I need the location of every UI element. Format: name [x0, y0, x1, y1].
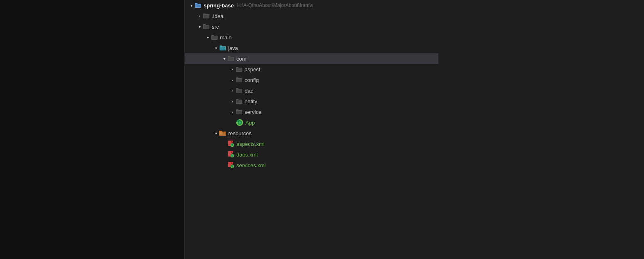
dao-folder-icon	[236, 87, 243, 94]
svg-rect-18	[220, 47, 225, 50]
daos-xml-icon	[227, 151, 235, 158]
tree-item-dao[interactable]: › dao	[185, 85, 438, 96]
tree-item-src[interactable]: ▾ src	[185, 21, 438, 32]
tree-item-daos-xml[interactable]: daos.xml	[185, 149, 438, 160]
expand-arrow-aspect: ›	[229, 67, 236, 72]
svg-rect-20	[228, 56, 230, 57]
root-folder-icon	[195, 2, 202, 9]
resources-folder-icon	[219, 130, 227, 136]
services-xml-icon	[227, 162, 235, 168]
expand-arrow-java: ▾	[213, 46, 219, 50]
tree-item-config[interactable]: › config	[185, 75, 438, 85]
config-folder-icon	[236, 77, 243, 83]
expand-arrow-service: ›	[229, 110, 236, 114]
svg-rect-36	[236, 111, 242, 114]
svg-rect-32	[236, 99, 238, 100]
svg-rect-33	[236, 100, 242, 103]
tree-item-main[interactable]: ▾ main	[185, 32, 438, 43]
aspect-folder-icon	[236, 66, 243, 73]
svg-rect-41	[219, 131, 222, 132]
com-label: com	[236, 56, 247, 62]
tree-item-entity[interactable]: › entity	[185, 96, 438, 107]
config-label: config	[245, 77, 259, 83]
svg-rect-17	[220, 45, 222, 47]
tree-item-app[interactable]: App	[185, 117, 438, 128]
svg-rect-3	[196, 5, 197, 5]
svg-rect-9	[204, 15, 209, 18]
app-label: App	[245, 120, 255, 126]
aspects-xml-label: aspects.xml	[236, 141, 265, 147]
entity-folder-icon	[236, 98, 243, 105]
service-folder-icon	[236, 109, 243, 115]
svg-rect-6	[198, 6, 199, 6]
svg-rect-15	[212, 36, 217, 39]
svg-rect-35	[236, 109, 238, 111]
tree-item-idea[interactable]: › .idea	[185, 11, 438, 21]
java-folder-icon	[219, 45, 227, 51]
tree-item-aspect[interactable]: › aspect	[185, 64, 438, 75]
resources-label: resources	[228, 130, 252, 136]
expand-arrow-com: ▾	[221, 57, 227, 61]
svg-rect-11	[203, 24, 206, 25]
expand-arrow-root: ▾	[188, 3, 195, 8]
dao-label: dao	[245, 88, 254, 94]
svg-rect-14	[211, 35, 214, 36]
right-panel	[438, 0, 644, 259]
root-path: H:\A-QfnuAbout\MajorAbout\framw	[237, 2, 313, 8]
entity-label: entity	[245, 98, 257, 105]
expand-arrow-entity: ›	[229, 99, 236, 104]
svg-rect-8	[203, 14, 206, 15]
expand-arrow-resources: ▾	[213, 131, 219, 136]
left-empty-panel	[0, 0, 184, 259]
tree-item-services-xml[interactable]: services.xml	[185, 160, 438, 170]
expand-arrow-config: ›	[229, 78, 236, 82]
daos-xml-label: daos.xml	[236, 152, 258, 158]
tree-item-root[interactable]: ▾ spring-base H:\A-QfnuAbout\MajorAbout\…	[185, 0, 438, 11]
src-folder-icon	[203, 23, 210, 30]
tree-item-java[interactable]: ▾ java	[185, 43, 438, 53]
com-folder-icon	[227, 55, 235, 62]
service-label: service	[245, 109, 261, 115]
svg-rect-23	[236, 67, 238, 68]
svg-rect-4	[196, 6, 197, 7]
expand-arrow-main: ▾	[204, 35, 211, 40]
services-xml-label: services.xml	[236, 162, 266, 168]
tree-item-aspects-xml[interactable]: aspects.xml	[185, 139, 438, 149]
spring-app-icon	[236, 119, 244, 126]
expand-arrow-src: ▾	[196, 25, 203, 29]
tree-item-service[interactable]: › service	[185, 107, 438, 117]
tree-item-resources[interactable]: ▾ resources	[185, 128, 438, 139]
main-folder-icon	[211, 34, 218, 41]
svg-rect-24	[236, 68, 242, 71]
src-label: src	[212, 24, 219, 30]
svg-rect-1	[195, 3, 197, 4]
aspect-label: aspect	[245, 66, 260, 73]
svg-point-39	[239, 122, 241, 124]
tree-item-com[interactable]: ▾ com	[185, 53, 438, 64]
svg-rect-12	[204, 25, 209, 29]
svg-rect-27	[236, 79, 242, 82]
file-tree-panel: ▾ spring-base H:\A-QfnuAbout\MajorAbout\…	[184, 0, 438, 259]
root-label: spring-base	[204, 2, 234, 9]
svg-rect-30	[236, 89, 242, 93]
svg-rect-21	[228, 57, 234, 61]
java-label: java	[228, 45, 238, 51]
aspects-xml-icon	[227, 141, 235, 147]
expand-arrow-dao: ›	[229, 89, 236, 93]
svg-rect-5	[198, 5, 200, 5]
expand-arrow-idea: ›	[196, 14, 203, 18]
svg-rect-29	[236, 88, 238, 89]
main-label: main	[220, 34, 231, 41]
idea-label: .idea	[212, 13, 223, 19]
idea-folder-icon	[203, 13, 210, 19]
svg-rect-26	[236, 77, 238, 79]
